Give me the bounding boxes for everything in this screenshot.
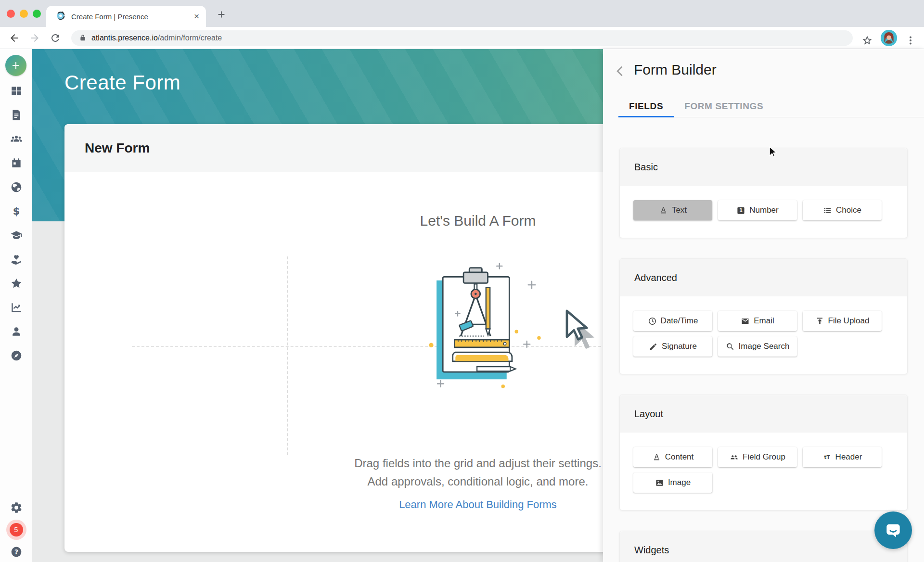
field-button-email[interactable]: Email: [718, 311, 797, 331]
section-widgets: Widgets: [619, 531, 908, 562]
form-card-title: New Form: [85, 140, 150, 156]
sidebar-item-line-chart[interactable]: [10, 301, 23, 314]
form-builder-illustration: [411, 259, 545, 394]
url-bar[interactable]: atlantis.presence.io/admin/form/create: [71, 30, 853, 46]
sidebar-item-dollar[interactable]: $: [10, 205, 23, 217]
url-text: atlantis.presence.io/admin/form/create: [91, 34, 222, 42]
sidebar-item-grid[interactable]: [10, 85, 23, 97]
close-window-button[interactable]: [7, 10, 15, 18]
calendar-icon: [10, 157, 23, 169]
field-button-label: Header: [835, 452, 862, 462]
mouse-cursor: [767, 146, 779, 158]
svg-text:$: $: [13, 205, 19, 217]
browser-titlebar: Create Form | Presence ×: [0, 0, 924, 27]
help-button[interactable]: ?: [10, 546, 23, 558]
url-domain: atlantis.presence.io: [91, 34, 158, 42]
svg-text:?: ?: [14, 548, 18, 556]
sidebar-item-calendar[interactable]: [10, 157, 23, 169]
field-sections: BasicText1NumberChoiceAdvancedDate/TimeE…: [603, 117, 924, 562]
help-icon: ?: [10, 546, 23, 558]
url-path: /admin/form/create: [158, 34, 222, 42]
back-icon[interactable]: [9, 32, 20, 44]
field-button-label: Signature: [662, 342, 697, 351]
chat-button[interactable]: [874, 511, 912, 549]
tab-title: Create Form | Presence: [71, 13, 194, 21]
section-title: Basic: [620, 148, 907, 186]
header-text-icon: tT: [822, 453, 832, 462]
notification-badge: 5: [10, 523, 23, 536]
app-sidebar: $ 5 ?: [0, 49, 32, 562]
presence-favicon: [56, 11, 65, 22]
page-title: Create Form: [64, 71, 180, 94]
search-icon: [726, 342, 735, 351]
field-button-header[interactable]: tTHeader: [803, 447, 882, 467]
sidebar-item-hand-heart[interactable]: [10, 253, 23, 266]
forward-icon[interactable]: [29, 32, 40, 44]
panel-tabs: FIELDSFORM SETTINGS: [618, 95, 924, 117]
section-title: Layout: [620, 395, 907, 433]
field-button-content[interactable]: Content: [633, 447, 712, 467]
settings-button[interactable]: [10, 501, 23, 514]
create-button[interactable]: [5, 55, 26, 76]
notifications-button[interactable]: 5: [6, 520, 26, 540]
tab-form-settings[interactable]: FORM SETTINGS: [674, 95, 774, 117]
text-format-icon: [652, 453, 661, 462]
sidebar-item-person[interactable]: [10, 325, 23, 338]
gear-icon: [10, 501, 23, 514]
document-icon: [10, 109, 23, 121]
section-fields: Date/TimeEmailFile UploadSignatureImage …: [620, 296, 907, 374]
tab-fields[interactable]: FIELDS: [618, 95, 674, 117]
browser-menu-icon[interactable]: [905, 35, 916, 46]
sidebar-item-compass[interactable]: [10, 349, 23, 362]
section-layout: LayoutContentField GrouptTHeaderImage: [619, 395, 908, 511]
field-button-label: Text: [672, 205, 687, 215]
lock-icon: [79, 34, 87, 42]
graduation-cap-icon: [10, 229, 23, 242]
field-button-date-time[interactable]: Date/Time: [633, 311, 712, 331]
field-button-image[interactable]: Image: [633, 473, 712, 493]
maximize-window-button[interactable]: [33, 10, 41, 18]
field-button-label: Choice: [836, 205, 861, 215]
star-icon: [10, 277, 23, 290]
new-tab-button[interactable]: [215, 8, 228, 21]
chat-bubble-icon: [884, 521, 903, 540]
presence-favicon-icon: [56, 11, 65, 20]
line-chart-icon: [10, 301, 23, 314]
field-button-field-group[interactable]: Field Group: [718, 447, 797, 467]
chevron-left-icon[interactable]: [614, 64, 627, 78]
field-button-choice[interactable]: Choice: [803, 200, 882, 220]
field-button-file-upload[interactable]: File Upload: [803, 311, 882, 331]
minimize-window-button[interactable]: [20, 10, 28, 18]
section-fields: Text1NumberChoice: [620, 186, 907, 238]
email-icon: [741, 317, 750, 326]
sidebar-item-star[interactable]: [10, 277, 23, 290]
bookmark-star-icon[interactable]: [861, 35, 873, 46]
tab-close-icon[interactable]: ×: [194, 11, 199, 22]
clock-icon: [648, 317, 657, 326]
people-icon: [10, 133, 23, 145]
field-button-number[interactable]: 1Number: [718, 200, 797, 220]
field-button-text[interactable]: Text: [633, 200, 712, 220]
choice-list-icon: [823, 206, 832, 215]
reload-icon[interactable]: [50, 32, 61, 44]
field-button-label: File Upload: [828, 316, 870, 326]
field-button-label: Field Group: [743, 452, 785, 462]
text-format-icon: [659, 206, 668, 215]
sidebar-item-people[interactable]: [10, 133, 23, 145]
drag-cursor-illustration: [559, 307, 602, 353]
avatar[interactable]: [881, 30, 897, 46]
compass-icon: [10, 349, 23, 362]
section-title: Widgets: [620, 531, 907, 562]
number-icon: 1: [736, 206, 745, 215]
browser-tab[interactable]: Create Form | Presence ×: [46, 6, 206, 27]
hand-heart-icon: [10, 253, 23, 266]
person-icon: [10, 325, 23, 338]
sidebar-item-globe[interactable]: [10, 181, 23, 193]
field-button-label: Content: [665, 452, 694, 462]
sidebar-item-document[interactable]: [10, 109, 23, 121]
section-title: Advanced: [620, 259, 907, 296]
field-button-image-search[interactable]: Image Search: [718, 336, 797, 357]
field-button-signature[interactable]: Signature: [633, 336, 712, 357]
section-basic: BasicText1NumberChoice: [619, 148, 908, 238]
sidebar-item-graduation-cap[interactable]: [10, 229, 23, 242]
